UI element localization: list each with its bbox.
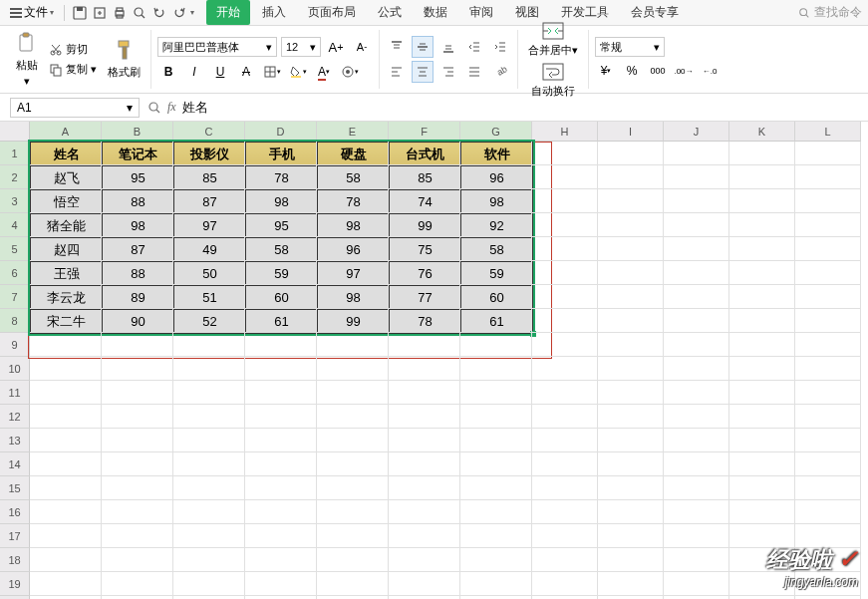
tab-review[interactable]: 审阅 (459, 0, 503, 25)
cell[interactable] (30, 333, 102, 357)
merge-center-button[interactable]: 合并居中▾ (524, 19, 582, 60)
cell[interactable] (389, 381, 460, 405)
cell[interactable] (389, 429, 460, 452)
decrease-decimal-icon[interactable]: ←.0 (699, 60, 721, 82)
bold-icon[interactable]: B (157, 61, 179, 83)
fx-icon[interactable]: fx (167, 100, 176, 115)
cell[interactable] (245, 333, 317, 357)
cell[interactable] (245, 309, 317, 333)
cell[interactable] (389, 285, 460, 309)
underline-icon[interactable]: U (209, 61, 231, 83)
qat-more-icon[interactable]: ▾ (190, 8, 194, 17)
cell[interactable] (102, 572, 173, 596)
col-header-G[interactable]: G (460, 122, 532, 142)
cell[interactable] (102, 213, 173, 237)
cell[interactable] (729, 524, 795, 548)
cell[interactable] (245, 142, 317, 165)
cell[interactable] (664, 476, 729, 500)
effects-icon[interactable]: ▾ (339, 61, 361, 83)
cell[interactable] (317, 285, 389, 309)
cell[interactable] (173, 165, 245, 189)
cell[interactable] (102, 452, 173, 476)
cell[interactable] (317, 189, 389, 213)
cell[interactable] (389, 142, 460, 165)
cell[interactable] (173, 333, 245, 357)
cell[interactable] (598, 165, 664, 189)
cell[interactable] (460, 381, 532, 405)
row-header-17[interactable]: 17 (0, 524, 30, 548)
row-header-1[interactable]: 1 (0, 142, 30, 165)
row-header-9[interactable]: 9 (0, 333, 30, 357)
align-bottom-icon[interactable] (437, 36, 459, 58)
cell[interactable] (729, 572, 795, 596)
cell[interactable] (598, 237, 664, 261)
cell[interactable] (102, 405, 173, 429)
row-header-7[interactable]: 7 (0, 285, 30, 309)
cell[interactable] (532, 165, 598, 189)
cell[interactable] (173, 524, 245, 548)
cell[interactable] (173, 405, 245, 429)
cell[interactable] (460, 572, 532, 596)
cell[interactable] (460, 189, 532, 213)
col-header-I[interactable]: I (598, 122, 664, 142)
cell[interactable] (389, 476, 460, 500)
cell[interactable] (245, 285, 317, 309)
cell[interactable] (30, 405, 102, 429)
cell[interactable] (317, 357, 389, 381)
cell[interactable] (173, 381, 245, 405)
cell[interactable] (532, 476, 598, 500)
cell[interactable] (245, 189, 317, 213)
row-header-3[interactable]: 3 (0, 189, 30, 213)
align-top-icon[interactable] (386, 36, 408, 58)
cell[interactable] (30, 213, 102, 237)
cell[interactable] (795, 261, 861, 285)
align-center-icon[interactable] (412, 61, 434, 83)
cell[interactable] (664, 405, 729, 429)
cell[interactable] (460, 333, 532, 357)
col-header-F[interactable]: F (389, 122, 460, 142)
cell[interactable] (389, 309, 460, 333)
cell[interactable] (729, 381, 795, 405)
cell[interactable] (664, 572, 729, 596)
cell[interactable] (102, 309, 173, 333)
cell[interactable] (317, 261, 389, 285)
cell[interactable] (317, 405, 389, 429)
orientation-icon[interactable]: ab (489, 61, 511, 83)
font-size-select[interactable]: 12▾ (281, 37, 321, 57)
cell[interactable] (795, 357, 861, 381)
cell[interactable] (317, 142, 389, 165)
row-header-14[interactable]: 14 (0, 452, 30, 476)
strikethrough-icon[interactable]: A (235, 61, 257, 83)
redo-icon[interactable] (170, 4, 188, 22)
cell[interactable] (795, 381, 861, 405)
cell[interactable] (729, 142, 795, 165)
cell[interactable] (729, 405, 795, 429)
cell[interactable] (598, 524, 664, 548)
cell[interactable] (30, 476, 102, 500)
cell[interactable] (795, 237, 861, 261)
cell[interactable] (30, 261, 102, 285)
cell[interactable] (664, 213, 729, 237)
col-header-L[interactable]: L (795, 122, 861, 142)
row-header-11[interactable]: 11 (0, 381, 30, 405)
save-icon[interactable] (71, 4, 89, 22)
cell[interactable] (729, 548, 795, 572)
cell[interactable] (664, 237, 729, 261)
cell[interactable] (245, 500, 317, 524)
cell[interactable] (598, 452, 664, 476)
increase-indent-icon[interactable] (489, 36, 511, 58)
row-header-10[interactable]: 10 (0, 357, 30, 381)
cell[interactable] (317, 500, 389, 524)
cell[interactable] (317, 237, 389, 261)
paste-button[interactable]: 粘贴▾ (12, 30, 42, 90)
cell[interactable] (664, 142, 729, 165)
cell[interactable] (102, 237, 173, 261)
cell[interactable] (598, 142, 664, 165)
cell[interactable] (317, 165, 389, 189)
col-header-C[interactable]: C (173, 122, 245, 142)
cell[interactable] (664, 500, 729, 524)
increase-font-icon[interactable]: A+ (325, 36, 347, 58)
cell[interactable] (664, 285, 729, 309)
cell[interactable] (729, 237, 795, 261)
cell[interactable] (795, 285, 861, 309)
